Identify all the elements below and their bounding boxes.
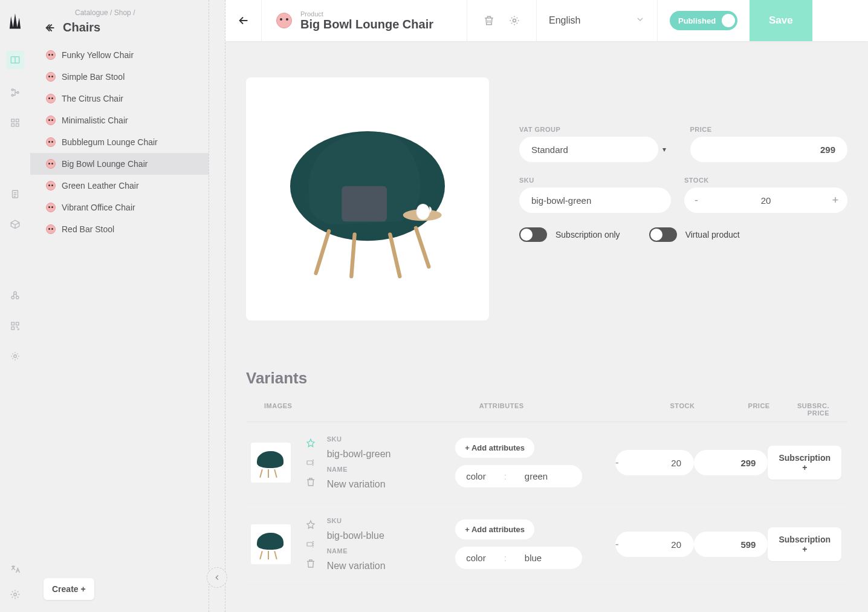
- entity-type-label: Product: [300, 10, 433, 18]
- page-title: Big Bowl Lounge Chair: [300, 18, 433, 31]
- nav-qr-icon[interactable]: [8, 319, 22, 333]
- stock-increment[interactable]: +: [823, 194, 847, 207]
- create-button[interactable]: Create +: [44, 578, 94, 600]
- product-shape-icon: [46, 203, 56, 212]
- attribute-pill[interactable]: color:blue: [455, 547, 582, 569]
- svg-point-15: [14, 355, 17, 358]
- stock-decrement[interactable]: -: [684, 194, 708, 207]
- sidebar-item[interactable]: Funky Yellow Chair: [30, 44, 209, 66]
- product-shape-icon: [46, 94, 56, 103]
- vat-label: VAT GROUP: [519, 126, 677, 133]
- stock-label: STOCK: [684, 177, 847, 184]
- settings-icon[interactable]: [508, 15, 520, 27]
- nav-tree-icon[interactable]: [8, 86, 22, 99]
- save-button[interactable]: Save: [750, 0, 812, 41]
- subscription-only-toggle[interactable]: [519, 227, 547, 242]
- variant-stock-stepper[interactable]: -+: [615, 532, 694, 557]
- subscription-button[interactable]: Subscription +: [768, 527, 841, 561]
- svg-line-24: [416, 228, 429, 267]
- delete-icon[interactable]: [483, 15, 495, 27]
- language-select[interactable]: English: [537, 0, 658, 41]
- nav-box-icon[interactable]: [8, 218, 22, 231]
- svg-point-9: [11, 296, 15, 299]
- svg-point-10: [16, 296, 19, 299]
- sidebar-item[interactable]: Red Bar Stool: [30, 218, 209, 240]
- variant-price-input[interactable]: [694, 450, 768, 475]
- svg-rect-4: [11, 119, 15, 122]
- variant-price-input[interactable]: [694, 532, 768, 557]
- sidebar-item-label: Simple Bar Stool: [62, 72, 125, 82]
- variant-thumbnail[interactable]: [251, 524, 291, 564]
- variant-name-label: NAME: [327, 466, 456, 473]
- product-shape-icon: [46, 159, 56, 169]
- price-input[interactable]: [690, 137, 848, 162]
- svg-line-22: [351, 235, 354, 276]
- star-icon[interactable]: [305, 438, 316, 449]
- sidebar-item[interactable]: The Citrus Chair: [30, 88, 209, 109]
- variant-sku-value[interactable]: big-bowl-blue: [327, 530, 456, 541]
- sidebar-item[interactable]: Bubblegum Lounge Chair: [30, 131, 209, 153]
- col-price: PRICE: [721, 402, 797, 417]
- variant-row: SKUbig-bowl-blueNAMENew variation+ Add a…: [246, 504, 847, 585]
- nav-gear-icon[interactable]: [8, 588, 22, 601]
- sidebar-title: Chairs: [63, 21, 100, 34]
- variant-stock-stepper[interactable]: -+: [615, 450, 694, 475]
- stock-input[interactable]: [708, 195, 823, 206]
- stock-stepper[interactable]: - +: [684, 187, 847, 213]
- nav-grid-icon[interactable]: [8, 116, 22, 129]
- trash-icon[interactable]: [305, 558, 316, 569]
- svg-rect-12: [11, 322, 15, 325]
- variant-name-value[interactable]: New variation: [327, 561, 456, 571]
- sidebar-item[interactable]: Minimalistic Chair: [30, 109, 209, 131]
- svg-line-21: [316, 231, 329, 273]
- sidebar-item-label: Big Bowl Lounge Chair: [62, 159, 147, 169]
- main-back-button[interactable]: [225, 0, 262, 41]
- breadcrumb[interactable]: Catalogue / Shop /: [30, 8, 209, 21]
- product-shape-icon: [46, 224, 56, 234]
- sidebar-item-label: Bubblegum Lounge Chair: [62, 137, 158, 147]
- virtual-product-toggle[interactable]: [649, 227, 677, 242]
- variant-sku-label: SKU: [327, 517, 456, 524]
- sidebar-item[interactable]: Vibrant Office Chair: [30, 197, 209, 218]
- sidebar-item[interactable]: Big Bowl Lounge Chair: [30, 153, 209, 175]
- nav-language-icon[interactable]: [8, 562, 22, 576]
- vat-select[interactable]: [519, 137, 658, 162]
- sidebar-item[interactable]: Green Leather Chair: [30, 175, 209, 197]
- sidebar-item[interactable]: Simple Bar Stool: [30, 66, 209, 88]
- subscription-button[interactable]: Subscription +: [768, 446, 841, 480]
- svg-line-23: [390, 235, 400, 276]
- svg-point-16: [14, 593, 17, 596]
- svg-rect-19: [342, 186, 387, 222]
- nav-catalogue-icon[interactable]: [6, 51, 24, 69]
- price-label: PRICE: [690, 126, 848, 133]
- svg-rect-7: [16, 124, 19, 127]
- variant-name-value[interactable]: New variation: [327, 479, 456, 490]
- add-attributes-button[interactable]: + Add attributes: [455, 438, 534, 458]
- sidebar-back-button[interactable]: [44, 21, 57, 34]
- rename-icon[interactable]: [305, 457, 316, 468]
- sidebar-item-label: Green Leather Chair: [62, 181, 139, 190]
- collapse-sidebar-button[interactable]: [207, 567, 227, 588]
- variant-sku-value[interactable]: big-bowl-green: [327, 449, 456, 460]
- nav-settings-icon[interactable]: [8, 350, 22, 363]
- nav-clipboard-icon[interactable]: [8, 187, 22, 201]
- sidebar-item-label: Vibrant Office Chair: [62, 203, 135, 212]
- product-shape-icon: [46, 72, 56, 82]
- svg-rect-25: [307, 461, 313, 464]
- attribute-pill[interactable]: color:green: [455, 465, 582, 487]
- svg-rect-6: [11, 124, 15, 127]
- add-attributes-button[interactable]: + Add attributes: [455, 519, 534, 539]
- published-toggle[interactable]: Published: [670, 11, 737, 30]
- sidebar-item-label: Minimalistic Chair: [62, 116, 128, 125]
- svg-point-3: [17, 92, 19, 94]
- nav-webhook-icon[interactable]: [8, 289, 22, 302]
- rename-icon[interactable]: [305, 539, 316, 550]
- sku-input[interactable]: [519, 187, 671, 213]
- app-logo[interactable]: [7, 12, 24, 34]
- star-icon[interactable]: [305, 519, 316, 530]
- variant-thumbnail[interactable]: [251, 443, 291, 483]
- trash-icon[interactable]: [305, 477, 316, 487]
- product-image[interactable]: [246, 77, 489, 321]
- sidebar-item-label: Funky Yellow Chair: [62, 50, 134, 60]
- subscription-only-label: Subscription only: [555, 230, 620, 239]
